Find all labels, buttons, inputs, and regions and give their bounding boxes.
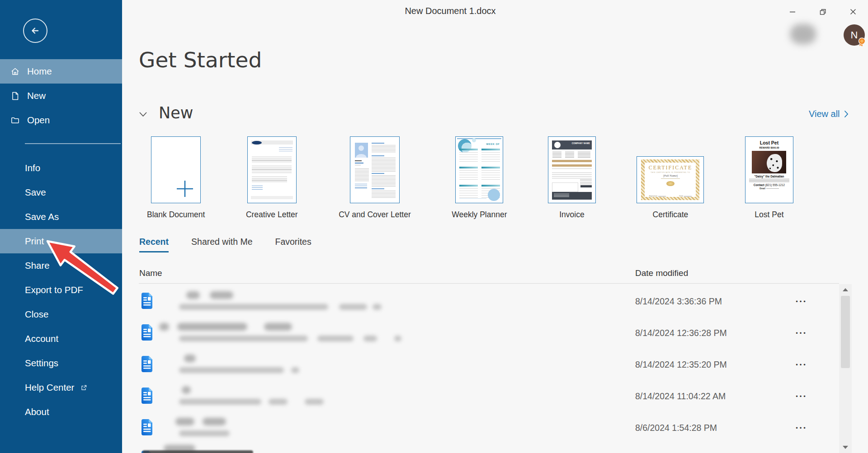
file-row[interactable]: 8/14/2024 3:36:36 PM ••• [0, 285, 839, 317]
view-all-label: View all [809, 109, 840, 119]
back-arrow-icon [29, 25, 41, 37]
avatar[interactable]: N [844, 24, 865, 46]
view-all-link[interactable]: View all [809, 109, 849, 119]
template-card-invoice[interactable]: COMPANY NAME Invoice [548, 136, 596, 219]
template-label: Blank Document [147, 210, 205, 219]
file-date-modified: 8/14/2024 3:36:36 PM [635, 296, 722, 307]
row-menu-button[interactable]: ••• [788, 392, 815, 400]
file-list-tabs: Recent Shared with Me Favorites [139, 237, 334, 252]
file-name-redacted [159, 380, 611, 412]
file-name-redacted [159, 349, 611, 380]
template-label: CV and Cover Letter [339, 210, 411, 219]
window-title: New Document 1.docx [405, 6, 495, 16]
user-name-redacted [790, 24, 816, 44]
file-path-redacted [159, 317, 611, 349]
sidebar-item-info[interactable]: Info [0, 156, 122, 180]
scrollbar[interactable] [839, 284, 852, 453]
file-row[interactable] [0, 444, 839, 453]
file-name-redacted [159, 412, 611, 444]
row-menu-button[interactable]: ••• [788, 329, 815, 337]
sidebar-item-label: New [27, 90, 46, 101]
cv-thumbnail [350, 136, 400, 203]
file-date-modified: 8/6/2024 1:54:28 PM [635, 423, 717, 433]
file-row[interactable]: 8/6/2024 1:54:28 PM ••• [0, 412, 839, 444]
sidebar-nav: Home New Open [0, 59, 122, 132]
recent-files-list: 8/14/2024 3:36:36 PM ••• 8/14/2024 12:36… [0, 285, 839, 453]
blank-document-thumbnail [151, 136, 201, 203]
file-date-modified: 8/14/2024 12:36:28 PM [635, 328, 727, 338]
file-name-redacted [159, 444, 611, 453]
template-card-lost-pet[interactable]: Lost Pet REWARD $000.00 "Daisy" the Dalm… [745, 136, 793, 219]
table-header-divider [139, 283, 839, 284]
template-card-certificate[interactable]: CERTIFICATE THIS CERTIFICATE IS PRESENTE… [637, 156, 704, 219]
tab-favorites[interactable]: Favorites [275, 237, 311, 252]
restore-button[interactable] [815, 5, 830, 19]
sidebar-item-share[interactable]: Share [0, 253, 122, 278]
template-card-blank-document[interactable]: Blank Document [147, 136, 205, 219]
page-title: Get Started [139, 48, 262, 72]
scrollbar-thumb[interactable] [841, 296, 850, 368]
tab-recent[interactable]: Recent [139, 237, 169, 252]
template-card-weekly-planner[interactable]: WEEK OF Weekly Planner [452, 136, 507, 219]
pet-photo [752, 151, 786, 173]
file-path-redacted [159, 444, 611, 453]
file-path-redacted [159, 285, 611, 317]
row-menu-button[interactable]: ••• [788, 298, 815, 305]
scroll-up-arrow-icon[interactable] [843, 288, 848, 291]
template-label: Invoice [559, 210, 584, 219]
file-date-modified: 8/14/2024 12:35:20 PM [635, 360, 727, 370]
scroll-down-arrow-icon[interactable] [843, 446, 848, 449]
file-row[interactable]: 8/14/2024 11:04:22 AM ••• [0, 380, 839, 412]
avatar-badge-icon [857, 37, 867, 47]
file-path-redacted [159, 380, 611, 412]
template-card-creative-letter[interactable]: Creative Letter [246, 136, 298, 219]
row-menu-button[interactable]: ••• [788, 361, 815, 369]
docx-file-icon [140, 292, 154, 310]
sidebar-divider [25, 143, 121, 144]
plus-icon [176, 180, 193, 197]
sidebar-item-new[interactable]: New [0, 84, 122, 108]
sidebar-item-open[interactable]: Open [0, 108, 122, 132]
docx-file-icon [140, 387, 154, 405]
docx-file-icon [140, 450, 154, 453]
file-date-modified: 8/14/2024 11:04:22 AM [635, 391, 726, 402]
back-button[interactable] [23, 19, 47, 43]
sidebar-item-label: Home [27, 66, 52, 77]
template-label: Creative Letter [246, 210, 298, 219]
invoice-thumbnail: COMPANY NAME [548, 136, 596, 203]
template-cards-row: Blank Document Creative Letter CV and Co… [147, 136, 793, 219]
sidebar-item-save[interactable]: Save [0, 180, 122, 205]
sidebar-item-home[interactable]: Home [0, 59, 122, 84]
chevron-right-icon [844, 110, 849, 118]
minimize-button[interactable] [785, 5, 800, 19]
template-card-cv-cover-letter[interactable]: CV and Cover Letter [339, 136, 411, 219]
file-name-redacted [159, 317, 611, 349]
docx-file-icon [140, 323, 154, 341]
template-label: Certificate [653, 210, 689, 219]
file-row[interactable]: 8/14/2024 12:36:28 PM ••• [0, 317, 839, 349]
template-label: Lost Pet [755, 210, 783, 219]
home-icon [10, 67, 20, 76]
file-row[interactable]: 8/14/2024 12:35:20 PM ••• [0, 349, 839, 380]
new-section-header: New [139, 104, 193, 122]
file-path-redacted [159, 349, 611, 380]
chevron-down-icon[interactable] [139, 112, 147, 117]
docx-file-icon [140, 355, 154, 373]
file-name-redacted [159, 285, 611, 317]
open-folder-icon [10, 116, 20, 125]
docx-file-icon [140, 418, 154, 436]
tab-shared-with-me[interactable]: Shared with Me [191, 237, 252, 252]
weekly-planner-thumbnail: WEEK OF [455, 136, 503, 203]
photo-placeholder [355, 143, 368, 158]
sidebar-item-save-as[interactable]: Save As [0, 205, 122, 229]
template-label: Weekly Planner [452, 210, 507, 219]
column-header-name: Name [139, 268, 162, 278]
column-header-date-modified: Date modified [635, 268, 688, 278]
new-section-title: New [159, 104, 193, 122]
file-path-redacted [159, 412, 611, 444]
certificate-thumbnail: CERTIFICATE THIS CERTIFICATE IS PRESENTE… [637, 156, 704, 203]
sidebar-item-print[interactable]: Print [0, 229, 122, 253]
lost-pet-thumbnail: Lost Pet REWARD $000.00 "Daisy" the Dalm… [745, 136, 793, 203]
row-menu-button[interactable]: ••• [788, 424, 815, 432]
close-button[interactable] [845, 5, 861, 19]
